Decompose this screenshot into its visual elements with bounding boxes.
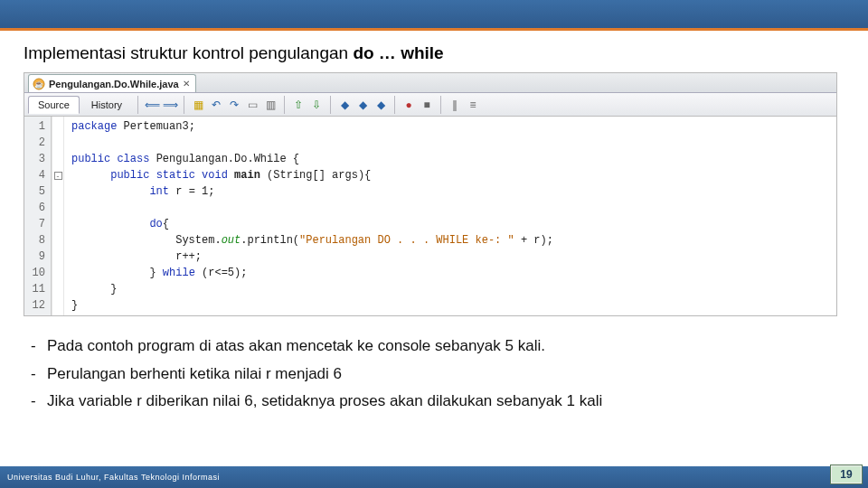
stop-macro-icon[interactable]: ■ xyxy=(419,97,435,113)
list-item: -Pada contoh program di atas akan mencet… xyxy=(31,333,852,361)
bookmark-icon[interactable]: ▭ xyxy=(244,97,260,113)
marker-prev-icon[interactable]: ◆ xyxy=(336,97,353,113)
nav-back-icon[interactable]: ⟸ xyxy=(144,97,160,113)
line-number: 7 xyxy=(24,216,45,232)
bullet-list: -Pada contoh program di atas akan mencet… xyxy=(24,333,852,416)
line-number: 10 xyxy=(24,265,45,281)
svg-text:☕: ☕ xyxy=(34,80,43,89)
separator xyxy=(330,96,331,114)
show-nonprint-icon[interactable]: ≡ xyxy=(465,97,481,113)
line-number: 12 xyxy=(24,297,45,314)
separator xyxy=(137,96,138,114)
fold-toggle-icon[interactable]: - xyxy=(54,172,62,180)
line-number: 6 xyxy=(24,200,45,216)
line-gutter: 1 2 3 4 5 6 7 8 9 10 11 12 xyxy=(24,117,52,315)
shift-up-icon[interactable]: ⇧ xyxy=(290,97,307,113)
page-number-badge: 19 xyxy=(830,465,863,484)
word-wrap-icon[interactable]: ‖ xyxy=(447,97,463,113)
line-number: 11 xyxy=(24,281,45,297)
line-number: 1 xyxy=(24,118,45,135)
bullet-text: Pada contoh program di atas akan menceta… xyxy=(47,333,545,361)
separator xyxy=(440,96,441,114)
separator xyxy=(184,96,184,114)
line-number: 5 xyxy=(24,183,45,200)
shift-down-icon[interactable]: ⇩ xyxy=(308,97,325,113)
separator xyxy=(394,96,395,114)
code-lines[interactable]: package Pertemuan3; public class Pengula… xyxy=(64,117,553,315)
footer-text: Universitas Budi Luhur, Fakultas Teknolo… xyxy=(7,473,220,482)
record-macro-icon[interactable]: ● xyxy=(401,97,417,113)
slide-content: Implementasi struktur kontrol pengulanga… xyxy=(0,31,868,416)
marker-list-icon[interactable]: ◆ xyxy=(373,97,389,113)
line-number: 9 xyxy=(24,249,45,265)
toggle-comment-icon[interactable]: ▥ xyxy=(262,97,278,113)
file-tab[interactable]: ☕ Pengulangan.Do.While.java ✕ xyxy=(28,74,196,92)
ide-panel: ☕ Pengulangan.Do.While.java ✕ Source His… xyxy=(24,72,837,316)
tab-source[interactable]: Source xyxy=(28,96,80,114)
editor-toolbar: Source History ⟸ ⟹ ▦ ↶ ↷ ▭ ▥ ⇧ ⇩ ◆ ◆ ◆ ●… xyxy=(24,93,836,117)
line-number: 3 xyxy=(24,151,45,167)
separator xyxy=(284,96,285,114)
tab-history[interactable]: History xyxy=(81,96,132,114)
footer-bar: Universitas Budi Luhur, Fakultas Teknolo… xyxy=(0,466,868,488)
page-number: 19 xyxy=(840,468,852,481)
java-file-icon: ☕ xyxy=(33,78,45,90)
bullet-text: Perulangan berhenti ketika nilai r menja… xyxy=(47,361,342,389)
marker-next-icon[interactable]: ◆ xyxy=(354,97,371,113)
format-code-icon[interactable]: ▦ xyxy=(190,97,206,113)
title-prefix: Implementasi struktur kontrol pengulanga… xyxy=(24,43,353,62)
slide-title: Implementasi struktur kontrol pengulanga… xyxy=(24,43,852,63)
title-bold: do … while xyxy=(353,43,443,62)
top-band xyxy=(0,0,868,31)
find-next-icon[interactable]: ↷ xyxy=(226,97,242,113)
code-body: 1 2 3 4 5 6 7 8 9 10 11 12 - package Per… xyxy=(24,117,836,315)
line-number: 2 xyxy=(24,135,45,151)
file-tab-strip: ☕ Pengulangan.Do.While.java ✕ xyxy=(24,73,836,93)
line-number: 4 xyxy=(24,167,45,183)
bullet-text: Jika variable r diberikan nilai 6, setid… xyxy=(47,388,602,416)
find-prev-icon[interactable]: ↶ xyxy=(208,97,224,113)
fold-column: - xyxy=(52,117,64,315)
file-tab-label: Pengulangan.Do.While.java xyxy=(49,79,179,89)
nav-forward-icon[interactable]: ⟹ xyxy=(162,97,178,113)
list-item: -Perulangan berhenti ketika nilai r menj… xyxy=(31,361,852,389)
list-item: -Jika variable r diberikan nilai 6, seti… xyxy=(31,388,852,416)
line-number: 8 xyxy=(24,232,45,249)
close-icon[interactable]: ✕ xyxy=(183,79,190,89)
